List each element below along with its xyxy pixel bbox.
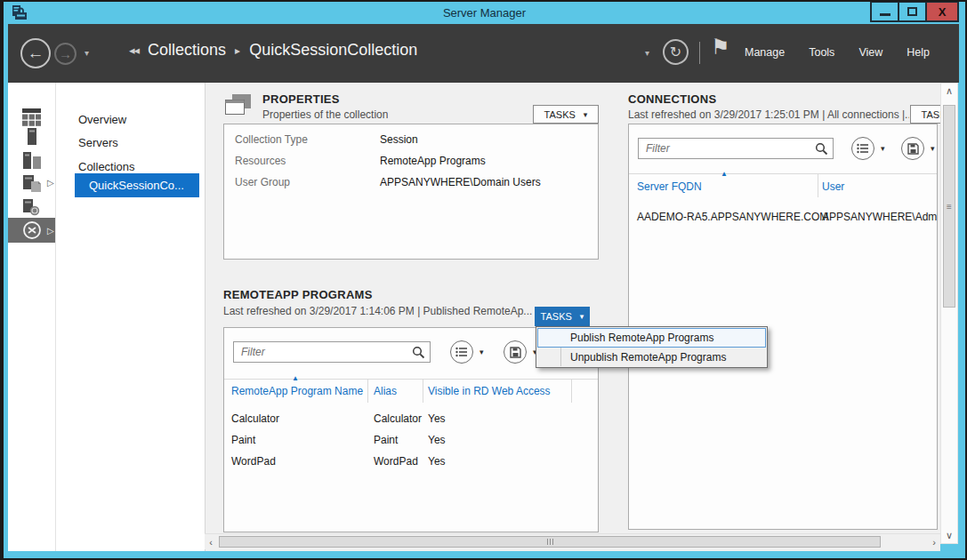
scroll-down-button[interactable]: ∨ xyxy=(941,528,957,543)
caret-down-icon[interactable]: ▾ xyxy=(931,144,935,153)
maximize-button[interactable] xyxy=(898,2,927,22)
scroll-up-button[interactable]: ∧ xyxy=(941,84,957,99)
properties-subtitle: Properties of the collection xyxy=(262,108,388,121)
scroll-down-icon: ∨ xyxy=(946,530,953,541)
expand-arrow-icon[interactable]: ▷ xyxy=(47,226,54,236)
menu-manage[interactable]: Manage xyxy=(745,46,785,59)
main-content: PROPERTIES Properties of the collection … xyxy=(205,83,940,551)
table-top-line xyxy=(629,173,938,174)
refresh-dropdown-caret-icon[interactable]: ▾ xyxy=(645,48,649,58)
list-icon xyxy=(857,143,869,154)
scroll-left-button[interactable]: ‹ xyxy=(205,534,217,549)
sort-ascending-icon: ▲ xyxy=(292,374,299,382)
save-icon xyxy=(510,347,521,358)
column-header-program-name[interactable]: RemoteApp Program Name xyxy=(231,385,363,397)
caret-down-icon: ▾ xyxy=(580,312,584,321)
caret-down-icon: ▾ xyxy=(584,110,588,119)
save-icon xyxy=(907,143,919,155)
list-view-button[interactable] xyxy=(851,137,874,160)
scroll-left-icon: ‹ xyxy=(209,537,213,548)
minimize-button[interactable] xyxy=(870,2,899,22)
sidebar-item-servers[interactable]: Servers xyxy=(56,131,205,154)
tasks-dropdown-menu: Publish RemoteApp Programs Unpublish Rem… xyxy=(536,326,768,368)
remote-desktop-services-icon xyxy=(22,220,42,240)
properties-panel-icon xyxy=(225,94,252,117)
caret-down-icon[interactable]: ▾ xyxy=(479,348,484,356)
thumb-grip-icon xyxy=(552,539,553,545)
column-header-alias[interactable]: Alias xyxy=(374,385,397,397)
horizontal-scrollbar-thumb[interactable] xyxy=(219,536,881,548)
sidebar-item-local-server[interactable] xyxy=(8,127,55,145)
server-manager-app-icon xyxy=(12,5,28,20)
scroll-up-icon: ∧ xyxy=(946,85,953,97)
remoteapp-tasks-button[interactable]: TASKS▾ xyxy=(535,307,590,326)
sidebar-item-ipam[interactable] xyxy=(8,198,55,216)
column-header-user[interactable]: User xyxy=(822,180,844,193)
scroll-right-icon: › xyxy=(932,537,936,548)
title-bar[interactable]: Server Manager X xyxy=(4,2,965,24)
breadcrumb: ◂◂ Collections ▸ QuickSessionCollection xyxy=(129,41,417,60)
breadcrumb-history-chevrons-icon[interactable]: ◂◂ xyxy=(129,44,139,57)
search-icon[interactable] xyxy=(412,346,425,359)
connections-subtitle: Last refreshed on 3/29/2017 1:25:01 PM |… xyxy=(628,108,909,121)
column-header-visible[interactable]: Visible in RD Web Access xyxy=(428,385,551,397)
column-separator xyxy=(571,380,572,403)
caret-down-icon[interactable]: ▾ xyxy=(881,144,885,153)
server-manager-window: Server Manager X ← → ▾ ◂◂ Collections ▸ … xyxy=(0,0,967,560)
export-button[interactable] xyxy=(901,137,924,160)
expand-arrow-icon[interactable]: ▷ xyxy=(47,178,54,188)
table-top-line xyxy=(224,379,599,380)
back-button[interactable]: ← xyxy=(20,38,51,68)
column-header-server-fqdn[interactable]: Server FQDN xyxy=(637,180,702,193)
forward-icon: → xyxy=(59,46,72,61)
remoteapp-filter-input[interactable] xyxy=(233,341,431,363)
table-row[interactable]: Paint Paint Yes xyxy=(224,434,599,455)
table-row[interactable]: AADEMO-RA5.APPSANYWHERE.COM APPSANYWHERE… xyxy=(629,211,938,232)
menu-tools[interactable]: Tools xyxy=(809,46,834,59)
field-value: Session xyxy=(380,133,541,146)
search-icon[interactable] xyxy=(815,142,828,156)
vertical-scrollbar-thumb[interactable]: ≡ xyxy=(943,105,955,308)
menu-item-publish-remoteapp[interactable]: Publish RemoteApp Programs xyxy=(537,328,766,348)
column-separator xyxy=(818,174,818,197)
menu-help[interactable]: Help xyxy=(907,46,930,59)
vertical-scrollbar[interactable]: ∧ ≡ ∨ xyxy=(940,83,958,544)
ipam-server-icon xyxy=(23,199,40,216)
menu-view[interactable]: View xyxy=(858,46,882,59)
sidebar-item-overview[interactable]: Overview xyxy=(56,108,205,131)
field-value: RemoteApp Programs xyxy=(380,155,541,167)
horizontal-scrollbar[interactable]: ‹ › xyxy=(205,533,940,549)
sidebar-item-all-servers[interactable] xyxy=(8,151,55,169)
thumb-grip-icon xyxy=(547,539,548,545)
history-dropdown-caret-icon[interactable]: ▾ xyxy=(85,48,89,58)
navbar-separator xyxy=(699,42,700,64)
breadcrumb-collections[interactable]: Collections xyxy=(148,41,226,60)
local-server-icon xyxy=(28,128,36,145)
sidebar-item-dashboard[interactable] xyxy=(8,108,55,127)
breadcrumb-current[interactable]: QuickSessionCollection xyxy=(249,41,417,60)
close-button[interactable]: X xyxy=(925,2,959,22)
breadcrumb-separator-icon: ▸ xyxy=(235,44,240,57)
navigation-bar: ← → ▾ ◂◂ Collections ▸ QuickSessionColle… xyxy=(8,24,959,83)
window-controls: X xyxy=(872,2,959,22)
list-view-button[interactable] xyxy=(450,340,473,364)
properties-title: PROPERTIES xyxy=(262,92,340,106)
refresh-button[interactable]: ↻ xyxy=(663,39,689,65)
menu-item-unpublish-remoteapp[interactable]: Unpublish RemoteApp Programs xyxy=(537,348,766,367)
export-button[interactable] xyxy=(504,340,527,364)
window-body: ▷ ▷ Overview Se xyxy=(8,83,959,551)
connections-filter-input[interactable] xyxy=(638,138,834,159)
sidebar-item-quicksessioncollection[interactable]: QuickSessionCo... xyxy=(75,173,199,197)
properties-tasks-button[interactable]: TASKS▾ xyxy=(533,105,599,124)
table-row[interactable]: WordPad WordPad Yes xyxy=(224,455,599,476)
notifications-flag-icon[interactable]: ⚑ xyxy=(711,35,730,60)
scroll-right-button[interactable]: › xyxy=(928,534,940,549)
window-title: Server Manager xyxy=(443,6,526,20)
forward-button[interactable]: → xyxy=(54,43,77,65)
properties-fields: Collection Type Session Resources Remote… xyxy=(235,133,541,188)
thumb-grip-icon: ≡ xyxy=(947,202,952,212)
connections-tasks-button[interactable]: TASKS▾ xyxy=(910,105,940,124)
field-label: Resources xyxy=(235,155,380,167)
window-frame: Server Manager X ← → ▾ ◂◂ Collections ▸ … xyxy=(4,2,965,558)
table-row[interactable]: Calculator Calculator Yes xyxy=(224,412,599,434)
